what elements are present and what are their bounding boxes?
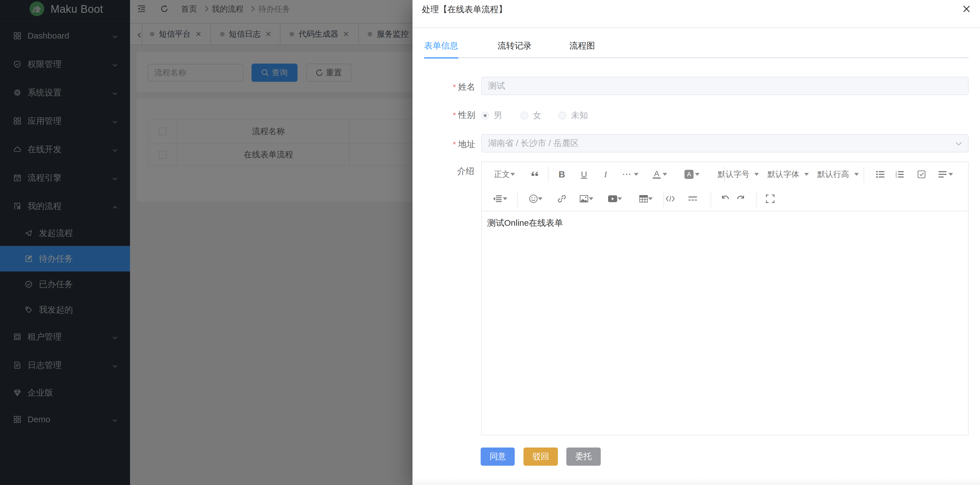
svg-text:3: 3 xyxy=(896,176,897,178)
